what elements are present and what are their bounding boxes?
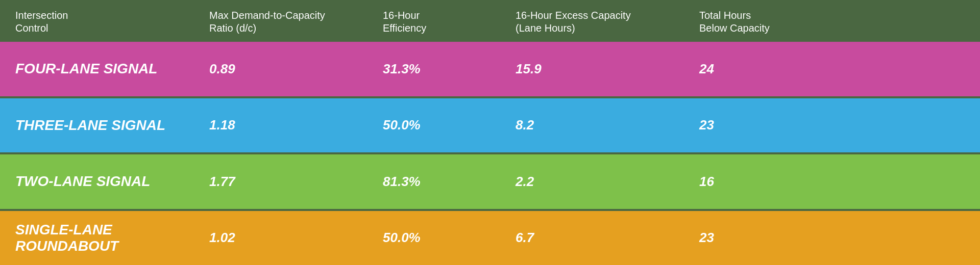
cell-four-lane-signal-col3: 31.3% (383, 61, 516, 77)
cell-two-lane-signal-col2: 1.77 (209, 174, 383, 190)
cell-two-lane-signal-col4: 2.2 (516, 174, 699, 190)
cell-two-lane-signal-col1: TWO-LANE SIGNAL (15, 173, 209, 190)
cell-three-lane-signal-col5: 23 (699, 117, 832, 133)
comparison-table: Intersection Control Max Demand-to-Capac… (0, 0, 980, 265)
cell-three-lane-signal-col2: 1.18 (209, 117, 383, 133)
table-header: Intersection Control Max Demand-to-Capac… (0, 0, 980, 42)
cell-four-lane-signal-col2: 0.89 (209, 61, 383, 77)
cell-four-lane-signal-col4: 15.9 (516, 61, 699, 77)
cell-three-lane-signal-col1: THREE-LANE SIGNAL (15, 117, 209, 134)
cell-three-lane-signal-col3: 50.0% (383, 117, 516, 133)
cell-single-lane-roundabout-col3: 50.0% (383, 230, 516, 246)
cell-two-lane-signal-col5: 16 (699, 174, 832, 190)
table-row-three-lane-signal: THREE-LANE SIGNAL1.1850.0%8.223 (0, 98, 980, 155)
cell-single-lane-roundabout-col5: 23 (699, 230, 832, 246)
cell-four-lane-signal-col1: FOUR-LANE SIGNAL (15, 61, 209, 77)
cell-single-lane-roundabout-col4: 6.7 (516, 230, 699, 246)
header-intersection-control: Intersection Control (15, 9, 209, 35)
table-row-four-lane-signal: FOUR-LANE SIGNAL0.8931.3%15.924 (0, 42, 980, 98)
header-max-demand: Max Demand-to-Capacity Ratio (d/c) (209, 9, 383, 35)
table-row-single-lane-roundabout: SINGLE-LANE ROUNDABOUT1.0250.0%6.723 (0, 211, 980, 266)
header-total-hours: Total Hours Below Capacity (699, 9, 832, 35)
header-excess-capacity: 16-Hour Excess Capacity (Lane Hours) (516, 9, 699, 35)
cell-single-lane-roundabout-col1: SINGLE-LANE ROUNDABOUT (15, 222, 209, 254)
cell-four-lane-signal-col5: 24 (699, 61, 832, 77)
header-16hr-efficiency: 16-Hour Efficiency (383, 9, 516, 35)
cell-single-lane-roundabout-col2: 1.02 (209, 230, 383, 246)
cell-three-lane-signal-col4: 8.2 (516, 117, 699, 133)
cell-two-lane-signal-col3: 81.3% (383, 174, 516, 190)
table-body: FOUR-LANE SIGNAL0.8931.3%15.924THREE-LAN… (0, 42, 980, 265)
table-row-two-lane-signal: TWO-LANE SIGNAL1.7781.3%2.216 (0, 154, 980, 211)
